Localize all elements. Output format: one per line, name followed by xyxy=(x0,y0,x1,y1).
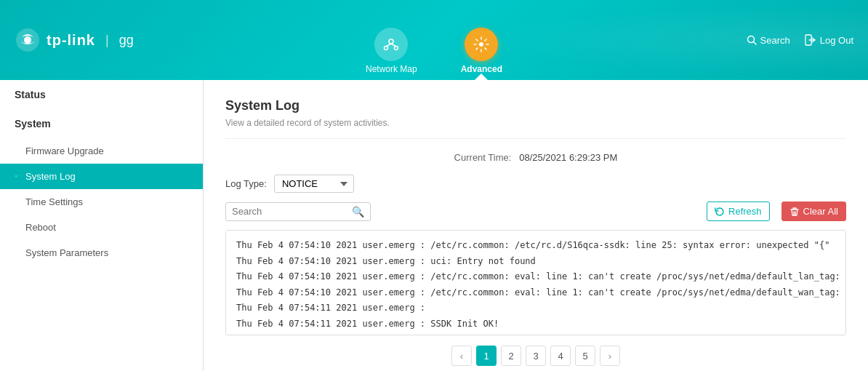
page-btn-3[interactable]: 3 xyxy=(526,346,546,366)
nav-icon-advanced xyxy=(465,28,498,61)
search-button[interactable]: Search xyxy=(747,35,790,46)
log-line: Thu Feb 4 07:54:10 2021 user.emerg : /et… xyxy=(236,285,835,301)
search-icon: 🔍 xyxy=(352,206,364,218)
main-layout: Status System Firmware Upgrade System Lo… xyxy=(0,80,868,371)
active-nav-indicator xyxy=(474,73,489,81)
nav-item-advanced[interactable]: Advanced xyxy=(461,28,502,80)
logout-button[interactable]: Log Out xyxy=(805,34,853,46)
clear-icon xyxy=(789,207,800,217)
clear-all-button[interactable]: Clear All xyxy=(781,202,846,221)
current-time-row: Current Time: 08/25/2021 6:29:23 PM xyxy=(225,152,846,163)
content-area: System Log View a detailed record of sys… xyxy=(204,80,868,371)
search-label: Search xyxy=(760,35,790,46)
log-type-row: Log Type: NOTICE WARNING ERROR INFO xyxy=(225,175,846,193)
logout-label: Log Out xyxy=(820,35,853,46)
page-title: System Log xyxy=(225,98,846,113)
refresh-button[interactable]: Refresh xyxy=(707,202,770,221)
logout-icon xyxy=(805,34,816,46)
svg-line-9 xyxy=(753,42,756,45)
refresh-icon xyxy=(715,207,725,217)
svg-point-2 xyxy=(389,39,393,44)
pagination: ‹ 1 2 3 4 5 › xyxy=(225,346,846,366)
nav-icon-network-map xyxy=(374,28,408,61)
current-time-label: Current Time: xyxy=(454,152,512,163)
current-time-value: 08/25/2021 6:29:23 PM xyxy=(519,152,617,163)
header: tp-link | gg Network Map xyxy=(0,0,868,80)
search-refresh-row: 🔍 Refresh Clear All xyxy=(225,202,846,221)
log-type-select[interactable]: NOTICE WARNING ERROR INFO xyxy=(274,175,354,193)
clear-all-label: Clear All xyxy=(803,206,838,217)
page-description: View a detailed record of system activit… xyxy=(225,118,846,139)
log-line: Thu Feb 4 07:54:10 2021 user.emerg : /et… xyxy=(236,269,835,285)
search-box: 🔍 xyxy=(225,202,371,221)
svg-line-5 xyxy=(386,44,391,47)
sidebar-item-system-parameters[interactable]: System Parameters xyxy=(0,240,203,266)
sidebar-item-system-log[interactable]: System Log xyxy=(0,164,203,189)
page-btn-5[interactable]: 5 xyxy=(575,346,595,366)
svg-point-3 xyxy=(385,47,388,50)
log-line: Thu Feb 4 07:54:11 2021 user.emerg : xyxy=(236,300,835,316)
page-btn-1[interactable]: 1 xyxy=(476,346,497,366)
log-line: Thu Feb 4 07:54:11 2021 user.emerg : SSD… xyxy=(236,316,835,332)
logo-area: tp-link | gg xyxy=(15,27,134,53)
nav-label-advanced: Advanced xyxy=(461,64,502,74)
logo-separator: | xyxy=(105,33,109,48)
search-icon xyxy=(747,35,757,45)
svg-point-1 xyxy=(24,36,31,44)
action-buttons: Refresh Clear All xyxy=(707,202,846,221)
log-type-label: Log Type: xyxy=(225,178,267,189)
logo-suffix: gg xyxy=(119,33,134,48)
prev-page-button[interactable]: ‹ xyxy=(451,346,472,366)
sidebar-item-time-settings[interactable]: Time Settings xyxy=(0,189,203,215)
sidebar-item-firmware-upgrade[interactable]: Firmware Upgrade xyxy=(0,138,203,164)
logo-text: tp-link xyxy=(47,32,95,49)
log-box: Thu Feb 4 07:54:10 2021 user.emerg : /et… xyxy=(225,230,846,335)
next-page-button[interactable]: › xyxy=(600,346,620,366)
page-btn-2[interactable]: 2 xyxy=(501,346,521,366)
page-btn-4[interactable]: 4 xyxy=(550,346,571,366)
search-input[interactable] xyxy=(232,206,352,217)
header-right: Search Log Out xyxy=(747,34,853,46)
svg-point-4 xyxy=(395,47,398,50)
header-nav: Network Map Advanced xyxy=(366,28,502,80)
sidebar-section-status[interactable]: Status xyxy=(0,80,203,109)
nav-label-network-map: Network Map xyxy=(366,64,417,74)
log-line: Thu Feb 4 07:54:11 2021 user.emerg : Thi… xyxy=(236,332,835,335)
nav-item-network-map[interactable]: Network Map xyxy=(366,28,417,80)
refresh-label: Refresh xyxy=(728,206,762,217)
log-line: Thu Feb 4 07:54:10 2021 user.emerg : /et… xyxy=(236,238,835,254)
tplink-logo-icon xyxy=(15,27,41,53)
sidebar: Status System Firmware Upgrade System Lo… xyxy=(0,80,204,371)
log-line: Thu Feb 4 07:54:10 2021 user.emerg : uci… xyxy=(236,254,835,270)
svg-point-7 xyxy=(479,42,483,47)
sidebar-item-reboot[interactable]: Reboot xyxy=(0,215,203,240)
sidebar-section-system[interactable]: System xyxy=(0,109,203,138)
svg-line-6 xyxy=(391,44,396,47)
